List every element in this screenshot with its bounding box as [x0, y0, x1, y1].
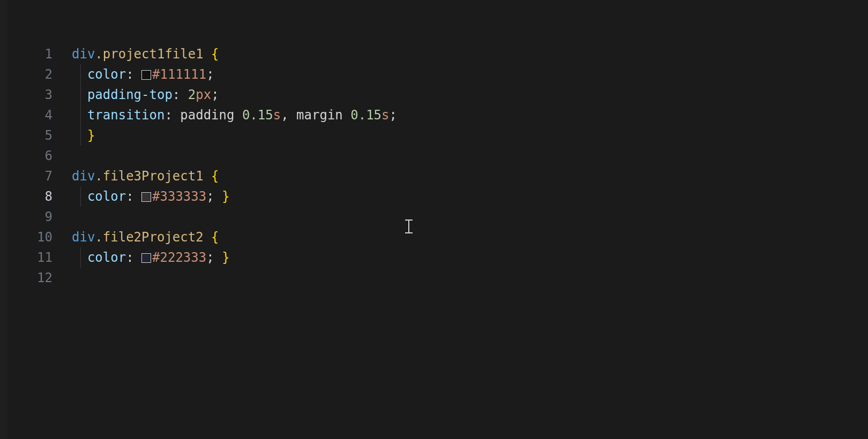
line-number[interactable]: 11	[8, 247, 72, 268]
token-indent	[72, 67, 87, 82]
line-number[interactable]: 2	[8, 64, 72, 85]
indent-guide	[80, 64, 81, 85]
token-space	[134, 189, 141, 204]
token-value: #111111	[152, 67, 206, 82]
code-line[interactable]: padding-top: 2px;	[72, 85, 868, 105]
code-line[interactable]	[72, 268, 868, 288]
token-property: padding-top	[87, 87, 173, 102]
token-unit: px	[196, 87, 211, 102]
token-semicolon: ;	[206, 67, 214, 82]
line-number[interactable]: 8	[8, 186, 72, 207]
token-selector-class: file3Project1	[103, 169, 204, 184]
token-property: transition	[87, 108, 165, 123]
code-line[interactable]	[72, 146, 868, 166]
token-space	[234, 108, 242, 123]
code-line[interactable]: div.file3Project1 {	[72, 166, 868, 186]
token-brace: {	[211, 230, 219, 245]
token-selector-tag: div	[72, 47, 95, 62]
code-content[interactable]: div.project1file1 { color: #111111; padd…	[72, 44, 868, 288]
token-space	[343, 108, 350, 123]
token-colon: :	[126, 67, 133, 82]
token-property: color	[87, 250, 126, 265]
indent-guide	[80, 247, 81, 268]
line-number[interactable]: 3	[8, 85, 72, 105]
token-indent	[72, 189, 87, 204]
token-selector-tag: div	[72, 230, 95, 245]
token-colon: :	[126, 250, 133, 265]
token-selector-class: .	[95, 230, 102, 245]
token-number: 0.15	[350, 108, 381, 123]
code-line[interactable]: color: #111111;	[72, 64, 868, 85]
code-line[interactable]	[72, 207, 868, 227]
token-unit: s	[381, 108, 389, 123]
token-indent	[72, 250, 87, 265]
code-line[interactable]: }	[72, 125, 868, 146]
token-space	[204, 230, 211, 245]
token-indent	[72, 128, 87, 143]
token-space	[134, 250, 141, 265]
token-space	[204, 47, 211, 62]
token-selector-tag: div	[72, 169, 95, 184]
color-swatch-icon[interactable]	[141, 70, 151, 80]
indent-guide	[80, 125, 81, 146]
line-number[interactable]: 1	[8, 44, 72, 64]
indent-guide	[80, 186, 81, 207]
token-indent	[72, 108, 87, 123]
token-semicolon: ;	[211, 87, 219, 102]
token-brace: {	[211, 169, 219, 184]
code-line[interactable]: color: #333333; }	[72, 186, 868, 207]
token-colon: :	[164, 108, 172, 123]
token-unit: s	[273, 108, 281, 123]
token-brace: }	[87, 128, 95, 143]
token-selector-class: file2Project2	[103, 230, 204, 245]
color-swatch-icon[interactable]	[141, 192, 151, 202]
token-selector-class: project1file1	[103, 47, 204, 62]
token-space	[134, 67, 141, 82]
line-number[interactable]: 6	[8, 146, 72, 166]
token-semicolon: ;	[206, 250, 214, 265]
token-value: #333333	[152, 189, 206, 204]
token-brace: }	[222, 189, 229, 204]
token-semicolon: ;	[206, 189, 214, 204]
code-line[interactable]: div.project1file1 {	[72, 44, 868, 64]
token-property: color	[87, 189, 126, 204]
token-brace: }	[222, 250, 229, 265]
token-selector-class: .	[95, 169, 102, 184]
token-comma: ,	[281, 108, 288, 123]
token-selector-class: .	[95, 47, 102, 62]
indent-guide	[80, 85, 81, 105]
line-number[interactable]: 12	[8, 268, 72, 288]
line-number[interactable]: 7	[8, 166, 72, 186]
token-colon: :	[173, 87, 180, 102]
token-colon: :	[126, 189, 133, 204]
token-space	[204, 169, 211, 184]
token-space	[214, 189, 222, 204]
line-number[interactable]: 10	[8, 227, 72, 247]
token-semicolon: ;	[389, 108, 396, 123]
token-ident: padding	[180, 108, 234, 123]
token-space	[214, 250, 222, 265]
token-space	[289, 108, 296, 123]
token-space	[173, 108, 180, 123]
token-space	[180, 87, 188, 102]
token-indent	[72, 87, 87, 102]
token-number: 0.15	[242, 108, 273, 123]
token-ident: margin	[296, 108, 343, 123]
token-number: 2	[188, 87, 196, 102]
code-line[interactable]: color: #222333; }	[72, 247, 868, 268]
line-number-gutter[interactable]: 1 2 3 4 5 6 7 8 9 10 11 12	[8, 44, 72, 288]
activity-bar-strip	[0, 0, 8, 439]
line-number[interactable]: 5	[8, 125, 72, 146]
indent-guide	[80, 105, 81, 125]
line-number[interactable]: 9	[8, 207, 72, 227]
token-value: #222333	[152, 250, 206, 265]
code-line[interactable]: div.file2Project2 {	[72, 227, 868, 247]
line-number[interactable]: 4	[8, 105, 72, 125]
token-property: color	[87, 67, 126, 82]
code-editor[interactable]: 1 2 3 4 5 6 7 8 9 10 11 12 div.project1f…	[8, 0, 868, 439]
color-swatch-icon[interactable]	[141, 253, 151, 263]
code-line[interactable]: transition: padding 0.15s, margin 0.15s;	[72, 105, 868, 125]
token-brace: {	[211, 47, 219, 62]
